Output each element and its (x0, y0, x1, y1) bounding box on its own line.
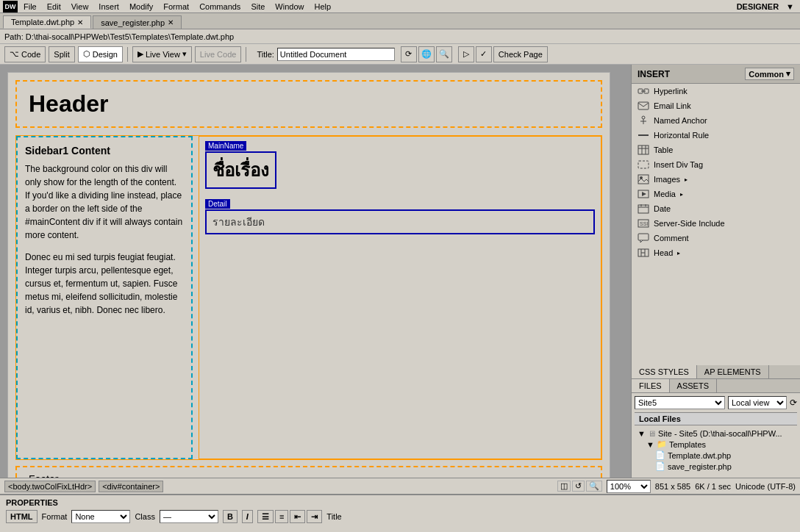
insert-date[interactable]: Date (632, 201, 800, 216)
unordered-list-button[interactable]: ☰ (257, 510, 274, 523)
designer-dropdown[interactable]: ▼ (786, 2, 797, 11)
insert-media[interactable]: Media ▸ (632, 187, 800, 201)
insert-server-side[interactable]: SSI Server-Side Include (632, 216, 800, 231)
insert-email-link[interactable]: Email Link (632, 98, 800, 113)
menu-modify[interactable]: Modify (125, 1, 157, 12)
files-tab[interactable]: FILES (632, 379, 670, 392)
status-icon-1[interactable]: ◫ (557, 481, 571, 492)
toolbar: ⌥ Code Split ⬡ Design ▶ Live View ▾ Live… (0, 44, 800, 65)
css-styles-tab[interactable]: CSS STYLES (632, 365, 697, 378)
insert-images[interactable]: Images ▸ (632, 172, 800, 187)
menu-help[interactable]: Help (310, 1, 335, 12)
tree-site-root[interactable]: ▼ 🖥 Site - Site5 (D:\thai-socall\PHPW... (638, 428, 794, 439)
files-refresh-icon[interactable]: ⟳ (790, 398, 797, 408)
detail-region: Detail รายละเอียด (205, 209, 595, 234)
italic-button[interactable]: I (242, 510, 253, 523)
encoding-text: Unicode (UTF-8) (735, 482, 796, 491)
server-side-label: Server-Side Include (654, 219, 725, 228)
menu-format[interactable]: Format (159, 1, 193, 12)
menu-window[interactable]: Window (271, 1, 308, 12)
ap-elements-tab[interactable]: AP ELEMENTS (697, 365, 769, 378)
status-tag-div[interactable]: <div#container> (99, 481, 163, 492)
zoom-in-button[interactable]: 🔍 (436, 46, 452, 62)
tab-template-close[interactable]: ✕ (77, 18, 83, 26)
bold-button[interactable]: B (223, 510, 238, 523)
browse-button[interactable]: 🌐 (418, 46, 435, 62)
status-icons: ◫ ↺ 🔍 (557, 481, 602, 492)
debug-button[interactable]: ▷ (458, 46, 474, 62)
refresh-button[interactable]: ⟳ (401, 46, 417, 62)
tree-templates-folder[interactable]: ▼ 📁 Templates (638, 439, 794, 450)
canvas-area[interactable]: Header Sidebar1 Content The background c… (0, 65, 631, 478)
indent-button[interactable]: ⇥ (307, 510, 322, 523)
tab-save-register-close[interactable]: ✕ (168, 18, 174, 26)
sidebar-heading: Sidebar1 Content (25, 145, 184, 157)
menu-site[interactable]: Site (246, 1, 269, 12)
format-select[interactable]: None (71, 510, 130, 523)
insert-named-anchor[interactable]: Named Anchor (632, 113, 800, 128)
class-select[interactable]: — (160, 510, 218, 523)
live-view-button[interactable]: ▶ Live View ▾ (132, 46, 192, 62)
file-icon-template: 📄 (655, 450, 665, 460)
insert-head[interactable]: Head ▸ (632, 245, 800, 260)
canvas: Header Sidebar1 Content The background c… (7, 72, 610, 478)
html-button[interactable]: HTML (6, 510, 38, 523)
split-button[interactable]: Split (49, 46, 74, 62)
check-page-button[interactable]: Check Page (493, 46, 548, 62)
media-icon (638, 189, 649, 199)
tab-template[interactable]: Template.dwt.php ✕ (3, 15, 91, 29)
tab-save-register[interactable]: save_register.php ✕ (93, 15, 182, 29)
design-button[interactable]: ⬡ Design (78, 46, 123, 62)
live-code-button[interactable]: Live Code (195, 46, 242, 62)
main-title-box[interactable]: ชื่อเรื่อง (205, 151, 276, 189)
local-files-header: Local Files (635, 412, 797, 425)
svg-point-4 (642, 116, 645, 119)
design-icon: ⬡ (83, 49, 90, 59)
footer-text: Footer (29, 473, 58, 478)
assets-tab[interactable]: ASSETS (670, 379, 717, 392)
tree-templates-expand-icon: ▼ (646, 440, 654, 449)
insert-category-dropdown[interactable]: Common ▾ (745, 68, 794, 80)
folder-icon: 📁 (657, 439, 667, 449)
live-view-icon: ▶ (138, 49, 143, 59)
detail-box[interactable]: รายละเอียด (205, 209, 595, 234)
tree-template-dwt[interactable]: 📄 Template.dwt.php (638, 450, 794, 461)
menu-insert[interactable]: Insert (94, 1, 124, 12)
code-button[interactable]: ⌥ Code (4, 46, 46, 62)
title-label-props: Title (326, 512, 341, 521)
menu-file[interactable]: File (19, 1, 41, 12)
tree-save-register[interactable]: 📄 save_register.php (638, 461, 794, 472)
sidebar-text-2: Donec eu mi sed turpis feugiat feugiat. … (25, 251, 184, 317)
properties-title: PROPERTIES (6, 498, 794, 507)
validate-button[interactable]: ✓ (476, 46, 492, 62)
view-select[interactable]: Local view (728, 396, 787, 409)
status-right: ◫ ↺ 🔍 100% 851 x 585 6K / 1 sec Unicode … (557, 480, 796, 493)
insert-hyperlink[interactable]: Hyperlink (632, 84, 800, 98)
menu-commands[interactable]: Commands (195, 1, 245, 12)
status-icon-2[interactable]: ↺ (572, 481, 585, 492)
insert-comment[interactable]: Comment (632, 231, 800, 245)
insert-div-tag[interactable]: Insert Div Tag (632, 157, 800, 172)
insert-horizontal-rule[interactable]: Horizontal Rule (632, 128, 800, 143)
svg-marker-16 (642, 192, 646, 196)
insert-category-label: Common (749, 70, 784, 79)
status-tag-body[interactable]: <body.twoColFixLtHdr> (4, 481, 96, 492)
site-select[interactable]: Site5 (635, 396, 725, 409)
zoom-select[interactable]: 100% (607, 480, 651, 493)
head-arrow-icon: ▸ (677, 250, 680, 256)
header-title: Header (29, 90, 589, 118)
svg-rect-8 (638, 145, 649, 154)
tree-template-dwt-label: Template.dwt.php (668, 451, 731, 460)
tab-template-label: Template.dwt.php (11, 18, 74, 26)
menu-edit[interactable]: Edit (43, 1, 65, 12)
detail-label: Detail (205, 199, 230, 209)
status-icon-3[interactable]: 🔍 (586, 481, 602, 492)
sidebar-text-1: The background color on this div will on… (25, 162, 184, 242)
tree-templates-label: Templates (669, 440, 706, 449)
title-input[interactable] (277, 48, 395, 61)
menu-view[interactable]: View (67, 1, 93, 12)
ordered-list-button[interactable]: ≡ (275, 510, 288, 523)
insert-table[interactable]: Table (632, 143, 800, 157)
tab-save-register-label: save_register.php (101, 18, 165, 27)
outdent-button[interactable]: ⇤ (290, 510, 305, 523)
